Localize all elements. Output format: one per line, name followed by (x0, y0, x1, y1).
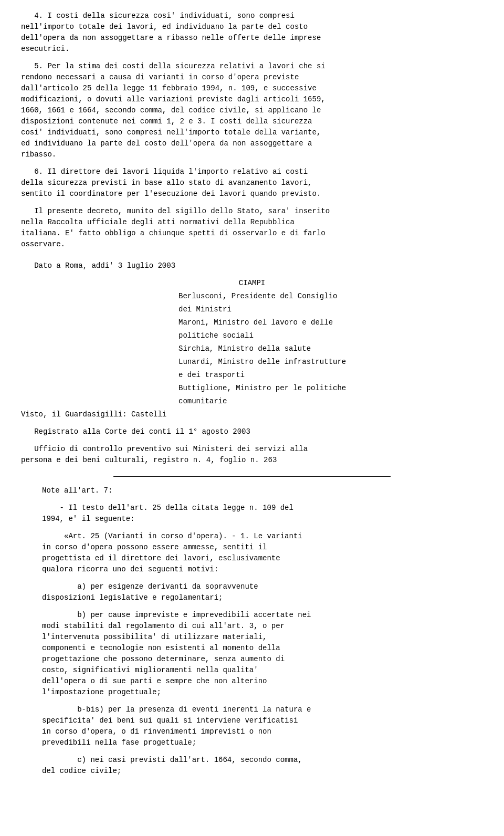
sig-right-buttiglione: Buttiglione, Ministro per le politiche (178, 383, 483, 394)
sig-row-7: e dei trasporti (21, 370, 483, 381)
sig-right-politiche: politiche sociali (178, 330, 483, 341)
sig-row-8: Buttiglione, Ministro per le politiche (21, 383, 483, 394)
guardasigilli: Visto, il Guardasigilli: Castelli (21, 409, 483, 420)
paragraph-decree: Il presente decreto, munito del sigillo … (21, 206, 483, 250)
paragraph-5: 5. Per la stima dei costi della sicurezz… (21, 61, 483, 160)
paragraph-6: 6. Il direttore dei lavori liquida l'imp… (21, 166, 483, 200)
sig-left-9 (21, 396, 178, 407)
sig-row-1: Berlusconi, Presidente del Consiglio (21, 291, 483, 302)
sig-left-8 (21, 383, 178, 394)
sig-left-4 (21, 330, 178, 341)
date-location: Dato a Roma, addi' 3 luglio 2003 (21, 260, 483, 271)
note1: - Il testo dell'art. 25 della citata leg… (42, 503, 483, 525)
signatory-name: CIAMPI (21, 278, 483, 289)
sig-left-6 (21, 357, 178, 368)
section-divider (113, 476, 391, 477)
sig-row-4: politiche sociali (21, 330, 483, 341)
sig-right-maroni: Maroni, Ministro del lavoro e delle (178, 317, 483, 328)
sig-row-6: Lunardi, Ministro delle infrastrutture (21, 357, 483, 368)
sig-left-3 (21, 317, 178, 328)
art25-c: c) nei casi previsti dall'art. 1664, sec… (42, 755, 483, 777)
sig-left-2 (21, 304, 178, 315)
sig-row-2: dei Ministri (21, 304, 483, 315)
paragraph-4: 4. I costi della sicurezza cosi' individ… (21, 11, 483, 55)
art25-bbis: b-bis) per la presenza di eventi inerent… (42, 704, 483, 748)
document-content: 4. I costi della sicurezza cosi' individ… (21, 11, 483, 777)
sig-right-lunardi: Lunardi, Ministro delle infrastrutture (178, 357, 483, 368)
sig-right-sirchia: Sirchia, Ministro della salute (178, 343, 483, 354)
sig-row-9: comunitarie (21, 396, 483, 407)
sig-right-ministri: dei Ministri (178, 304, 483, 315)
sig-right-trasporti: e dei trasporti (178, 370, 483, 381)
sig-left-1 (21, 291, 178, 302)
sig-right-berlusconi: Berlusconi, Presidente del Consiglio (178, 291, 483, 302)
art25-b: b) per cause impreviste e imprevedibili … (42, 610, 483, 698)
signature-section: Dato a Roma, addi' 3 luglio 2003 CIAMPI … (21, 260, 483, 466)
sig-left-5 (21, 343, 178, 354)
sig-right-comunitarie: comunitarie (178, 396, 483, 407)
registrato: Registrato alla Corte dei conti il 1° ag… (21, 426, 483, 437)
art25-a: a) per esigenze derivanti da sopravvenut… (42, 581, 483, 603)
notes-title: Note all'art. 7: (42, 485, 483, 496)
sig-left-7 (21, 370, 178, 381)
notes-section: Note all'art. 7: - Il testo dell'art. 25… (21, 485, 483, 777)
art25-title: «Art. 25 (Varianti in corso d'opera). - … (42, 531, 483, 575)
sig-row-3: Maroni, Ministro del lavoro e delle (21, 317, 483, 328)
sig-row-5: Sirchia, Ministro della salute (21, 343, 483, 354)
ufficio: Ufficio di controllo preventivo sui Mini… (21, 444, 483, 466)
